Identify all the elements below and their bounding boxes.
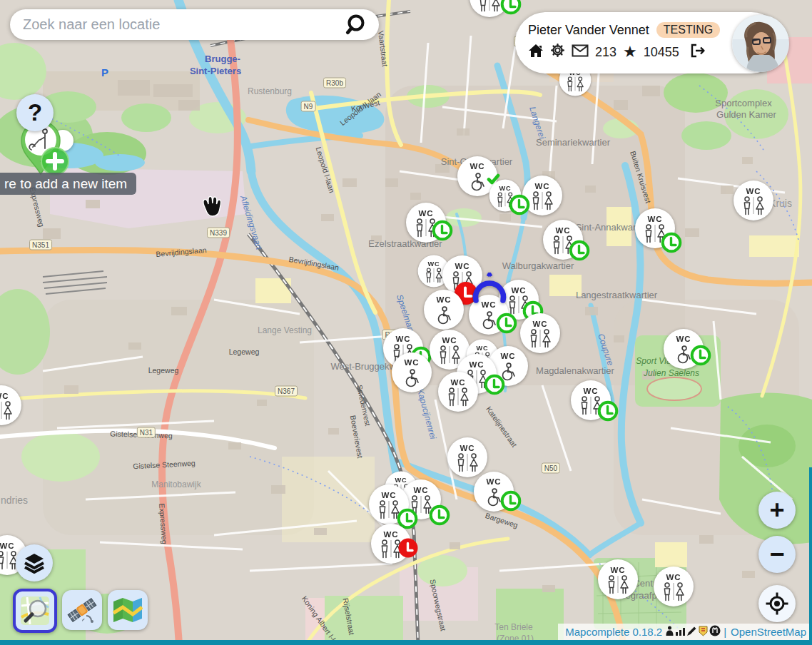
svg-text:WC: WC <box>383 530 398 539</box>
map-marker-toilet-wheelchair[interactable]: WC <box>422 288 465 331</box>
svg-text:WC: WC <box>404 358 419 367</box>
opening-hours-badge-green <box>597 400 619 422</box>
opening-hours-badge-green <box>509 194 530 215</box>
add-item-tooltip: re to add a new item <box>0 173 136 195</box>
svg-text:WC: WC <box>460 444 474 452</box>
mapcomplete-app: Brugge-Sint-PietersRustenburgVaartstraat… <box>0 0 812 645</box>
svg-text:WC: WC <box>534 182 549 191</box>
testing-badge: TESTING <box>656 22 720 38</box>
geolocate-button[interactable] <box>758 585 796 622</box>
opening-hours-badge-red <box>397 537 419 559</box>
svg-text:WC: WC <box>666 573 681 581</box>
basemap-style-map-button[interactable] <box>108 590 148 630</box>
svg-text:WC: WC <box>647 215 662 223</box>
opening-hours-badge-green <box>432 220 453 241</box>
zoom-in-button[interactable]: + <box>758 492 796 529</box>
theme-icon[interactable] <box>698 626 709 639</box>
svg-text:WC: WC <box>436 295 451 304</box>
opening-hours-badge-green <box>690 345 711 366</box>
search-input[interactable] <box>10 16 345 33</box>
svg-text:WC: WC <box>511 286 526 295</box>
svg-text:WC: WC <box>0 392 9 400</box>
edit-pencil-icon[interactable] <box>686 626 697 639</box>
svg-text:WC: WC <box>413 486 428 494</box>
messages-icon[interactable] <box>572 44 589 61</box>
user-name[interactable]: Pieter Vander Vennet <box>528 23 649 38</box>
svg-text:WC: WC <box>532 320 547 328</box>
svg-text:WC: WC <box>450 378 465 387</box>
map-marker-toilet[interactable]: WC <box>732 179 775 222</box>
osm-link[interactable]: OpenStreetMap <box>731 626 806 638</box>
avatar[interactable] <box>732 15 789 72</box>
opening-hours-badge-green <box>569 240 590 261</box>
logout-icon[interactable] <box>690 44 706 61</box>
messages-count[interactable]: 213 <box>595 45 616 60</box>
svg-text:WC: WC <box>381 491 396 499</box>
attribution-icons <box>665 625 721 639</box>
svg-text:WC: WC <box>583 387 598 395</box>
home-icon[interactable] <box>528 44 544 61</box>
svg-text:WC: WC <box>610 566 625 574</box>
star-icon[interactable]: ★ <box>623 46 637 59</box>
page-edge-right <box>809 467 812 640</box>
opening-hours-badge-green <box>484 374 505 395</box>
svg-text:WC: WC <box>499 185 512 192</box>
svg-text:WC: WC <box>442 336 457 345</box>
map-marker-toilet-wheelchair[interactable]: WC <box>390 351 433 394</box>
attribution-app-link[interactable]: Mapcomplete 0.18.2 <box>565 626 662 638</box>
svg-text:WC: WC <box>395 335 410 343</box>
map-marker-toilet[interactable]: WC <box>437 370 479 413</box>
map-marker-toilet[interactable]: WC <box>597 558 639 601</box>
attribution-separator: | <box>724 626 726 638</box>
opening-hours-badge-green <box>661 232 682 253</box>
opening-hours-badge-green <box>500 490 522 512</box>
basemap-style-satellite-button[interactable] <box>62 590 102 630</box>
svg-text:WC: WC <box>418 209 433 218</box>
settings-gear-icon[interactable] <box>550 43 565 61</box>
hand-cursor-icon <box>201 193 223 222</box>
svg-text:WC: WC <box>500 352 515 360</box>
search-icon[interactable] <box>345 13 370 37</box>
statistics-icon[interactable] <box>675 626 686 639</box>
svg-text:WC: WC <box>676 335 691 343</box>
location-search-bar <box>10 9 379 40</box>
mastodon-icon[interactable] <box>709 625 721 639</box>
svg-text:WC: WC <box>428 260 440 268</box>
opening-hours-badge-green <box>429 504 450 526</box>
zoom-out-button[interactable]: − <box>758 536 796 573</box>
layers-button[interactable] <box>16 544 53 581</box>
opening-hours-badge-green <box>496 313 517 334</box>
direction-arc-marker <box>468 273 511 315</box>
map-markers-layer: WCWCWCWCWCWCWCWCWCWCWCWCWCWCWCWCWCWCWCWC… <box>0 0 812 645</box>
basemap-style-osm-button[interactable] <box>13 589 57 633</box>
contributor-icon[interactable] <box>665 626 674 639</box>
svg-text:WC: WC <box>555 226 570 235</box>
attribution-bar: Mapcomplete 0.18.2 | OpenStreetMap <box>558 624 812 640</box>
page-edge-bottom <box>0 640 812 645</box>
svg-text:WC: WC <box>0 542 15 550</box>
map-marker-toilet[interactable]: WC <box>652 565 695 608</box>
help-button[interactable]: ? <box>16 94 54 131</box>
svg-text:WC: WC <box>486 477 501 486</box>
changes-count[interactable]: 10455 <box>644 45 679 60</box>
svg-text:WC: WC <box>746 187 761 195</box>
svg-text:WC: WC <box>469 360 484 369</box>
map-marker-toilet[interactable]: WC <box>0 384 23 427</box>
svg-text:WC: WC <box>455 262 470 270</box>
opening-hours-badge-green <box>500 0 522 15</box>
